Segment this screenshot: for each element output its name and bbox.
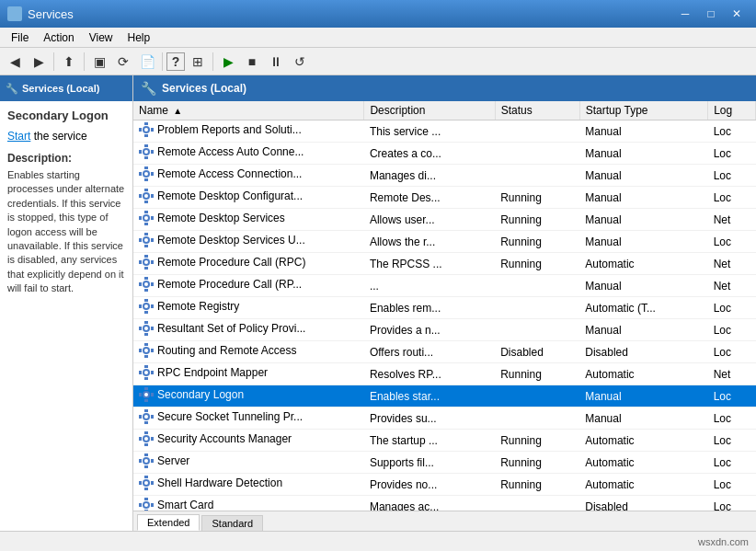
svg-rect-3: [151, 128, 154, 132]
service-name-text: Remote Registry: [157, 300, 239, 313]
sidebar-header: 🔧 Services (Local): [0, 75, 132, 101]
svg-rect-63: [151, 349, 154, 352]
back-button[interactable]: ◀: [4, 51, 26, 73]
table-row[interactable]: Problem Reports and Soluti...This servic…: [133, 121, 756, 143]
svg-point-77: [144, 393, 148, 396]
table-row[interactable]: Smart CardManages ac...DisabledLoc: [133, 496, 756, 511]
svg-point-17: [144, 172, 148, 176]
service-name-text: Secure Socket Tunneling Pr...: [157, 410, 303, 423]
svg-rect-39: [151, 260, 154, 264]
export-button[interactable]: 📄: [136, 51, 158, 73]
cell-log: Net: [708, 275, 756, 297]
cell-name: Remote Desktop Services: [133, 209, 364, 231]
sidebar-start-link[interactable]: Start: [7, 130, 30, 143]
sidebar: 🔧 Services (Local) Secondary Logon Start…: [0, 75, 133, 531]
table-row[interactable]: Security Accounts ManagerThe startup ...…: [133, 430, 756, 452]
svg-rect-86: [139, 437, 142, 441]
table-row[interactable]: Remote Access Auto Conne...Creates a co.…: [133, 143, 756, 165]
cell-name: RPC Endpoint Mapper: [133, 363, 364, 385]
table-row[interactable]: Resultant Set of Policy Provi...Provides…: [133, 319, 756, 341]
table-row[interactable]: Shell Hardware DetectionProvides no...Ru…: [133, 474, 756, 496]
svg-rect-30: [144, 233, 148, 235]
table-row[interactable]: Remote Desktop Configurat...Remote Des..…: [133, 187, 756, 209]
help-toolbar-button[interactable]: ?: [166, 52, 185, 71]
menu-file[interactable]: File: [4, 29, 36, 46]
service-icon: [139, 321, 154, 336]
services-table-container[interactable]: Name ▲ Description Status Startup Type: [133, 101, 756, 511]
service-name-text: Secondary Logon: [157, 388, 244, 401]
refresh-button[interactable]: ⟳: [112, 51, 134, 73]
svg-rect-9: [151, 150, 154, 154]
minimize-button[interactable]: ─: [673, 5, 697, 23]
svg-rect-60: [144, 343, 148, 346]
show-hide-button[interactable]: ▣: [88, 51, 110, 73]
menu-help[interactable]: Help: [120, 29, 158, 46]
play-button[interactable]: ▶: [217, 51, 239, 73]
service-name-text: Security Accounts Manager: [157, 432, 292, 445]
close-button[interactable]: ✕: [725, 5, 749, 23]
title-bar-left: Services: [7, 6, 74, 21]
svg-rect-19: [144, 201, 148, 203]
maximize-button[interactable]: □: [699, 5, 723, 23]
forward-button[interactable]: ▶: [28, 51, 50, 73]
tab-standard[interactable]: Standard: [201, 515, 263, 531]
svg-rect-93: [151, 459, 154, 463]
svg-rect-24: [144, 211, 148, 213]
service-name-text: Remote Desktop Configurat...: [157, 189, 303, 202]
stop-button[interactable]: ■: [241, 51, 263, 73]
table-row[interactable]: Remote Access Connection...Manages di...…: [133, 165, 756, 187]
svg-rect-7: [144, 156, 148, 159]
svg-rect-99: [151, 481, 154, 485]
table-row[interactable]: Routing and Remote AccessOffers routi...…: [133, 341, 756, 363]
cell-name: Remote Desktop Configurat...: [133, 187, 364, 209]
service-name-text: RPC Endpoint Mapper: [157, 366, 268, 379]
table-row[interactable]: ServerSupports fil...RunningAutomaticLoc: [133, 452, 756, 474]
sidebar-start-line: Start the service: [7, 130, 125, 143]
service-icon: [139, 453, 154, 468]
menu-action[interactable]: Action: [36, 29, 81, 46]
cell-status: Running: [495, 474, 579, 496]
tab-standard-label: Standard: [212, 518, 253, 529]
sidebar-header-icon: 🔧: [6, 83, 18, 95]
svg-rect-62: [139, 349, 142, 352]
tab-extended[interactable]: Extended: [137, 514, 200, 531]
content-header-icon: 🔧: [141, 81, 156, 96]
table-row[interactable]: Remote Procedure Call (RPC)The RPCSS ...…: [133, 253, 756, 275]
cell-log: Net: [708, 363, 756, 385]
cell-name: Problem Reports and Soluti...: [133, 121, 364, 143]
cell-startup: Automatic: [579, 430, 707, 452]
table-row[interactable]: Remote Procedure Call (RP......ManualNet: [133, 275, 756, 297]
pause-button[interactable]: ⏸: [265, 51, 287, 73]
table-row[interactable]: Secondary LogonEnables star...ManualLoc: [133, 385, 756, 408]
table-row[interactable]: Remote Desktop Services U...Allows the r…: [133, 231, 756, 253]
svg-rect-48: [144, 299, 148, 302]
service-icon: [139, 277, 154, 292]
col-status[interactable]: Status: [495, 101, 579, 121]
service-name-text: Remote Access Connection...: [157, 167, 302, 180]
svg-point-29: [144, 216, 148, 220]
table-row[interactable]: Secure Socket Tunneling Pr...Provides su…: [133, 408, 756, 430]
col-startup[interactable]: Startup Type: [579, 101, 707, 121]
service-icon: [139, 233, 154, 247]
col-description[interactable]: Description: [364, 101, 495, 121]
cell-name: Remote Procedure Call (RP...: [133, 275, 364, 297]
cell-description: Enables star...: [364, 385, 495, 408]
properties-button[interactable]: ⊞: [187, 51, 209, 73]
service-name-text: Routing and Remote Access: [157, 344, 296, 357]
svg-rect-27: [151, 216, 154, 220]
table-row[interactable]: Remote RegistryEnables rem...Automatic (…: [133, 297, 756, 319]
cell-startup: Manual: [579, 187, 707, 209]
col-log[interactable]: Log: [708, 101, 756, 121]
cell-startup: Automatic (T...: [579, 297, 707, 319]
cell-description: Offers routi...: [364, 341, 495, 363]
service-icon: [139, 498, 154, 511]
table-row[interactable]: Remote Desktop ServicesAllows user...Run…: [133, 209, 756, 231]
svg-rect-102: [144, 498, 148, 500]
col-name[interactable]: Name ▲: [133, 101, 364, 121]
cell-log: Loc: [708, 385, 756, 408]
svg-rect-37: [144, 267, 148, 270]
table-row[interactable]: RPC Endpoint MapperResolves RP...Running…: [133, 363, 756, 385]
restart-button[interactable]: ↺: [289, 51, 311, 73]
up-button[interactable]: ⬆: [58, 51, 80, 73]
menu-view[interactable]: View: [82, 29, 120, 46]
